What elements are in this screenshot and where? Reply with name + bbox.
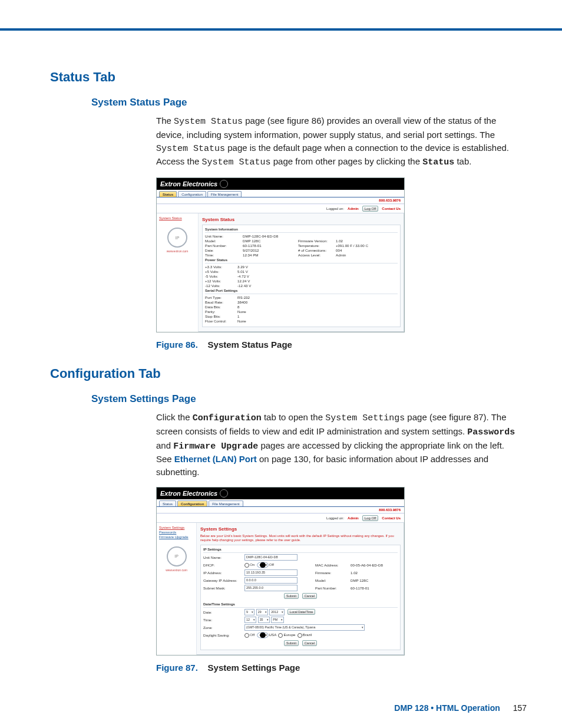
time-hour-select[interactable]: 12 (244, 617, 256, 623)
dhcp-off-radio[interactable] (257, 562, 269, 568)
paragraph-status: The System Status page (see figure 86) p… (156, 114, 521, 169)
dt-submit-button[interactable]: Submit (284, 640, 299, 646)
dhcp-on-radio[interactable] (244, 563, 249, 568)
k-conn: # of Connections: (298, 248, 333, 252)
logoff-button[interactable]: Log Off (362, 515, 379, 521)
zone-select[interactable]: (GMT-08:00) Pacific Time (US & Canada), … (244, 624, 365, 631)
v-model: DMP 128C (351, 578, 398, 582)
heading-status-tab: Status Tab (50, 70, 527, 85)
figure-87-screenshot: Extron Electronics Status Configuration … (156, 487, 405, 655)
k-p33: +3.3 Volts: (205, 265, 237, 269)
date-day-select[interactable]: 29 (256, 609, 268, 615)
main-panel: System Settings Below are your Unit's ba… (197, 523, 404, 655)
section-power-status: Power Status (205, 257, 398, 263)
k-ipaddr: IP Address: (203, 571, 244, 575)
tab-file-management[interactable]: File Management (207, 191, 242, 197)
dst-br-radio[interactable] (297, 633, 302, 638)
tab-file-management[interactable]: File Management (209, 500, 243, 506)
nav-system-status[interactable]: System Status (159, 216, 196, 220)
date-month-select[interactable]: 9 (244, 609, 254, 615)
k-model: Model: (315, 578, 351, 582)
page-content: Status Tab System Status Page The System… (0, 35, 562, 720)
dst-off-label: Off (250, 633, 254, 637)
v-m5: -4.72 V (237, 274, 273, 278)
ip-cancel-button[interactable]: Cancel (302, 593, 317, 599)
dt-cancel-button[interactable]: Cancel (302, 640, 317, 646)
window-subheader-2: Logged on: Admin Log Off Contact Us (157, 513, 404, 523)
logged-on-label: Logged on: (326, 516, 344, 520)
heading-system-settings-page: System Settings Page (91, 393, 527, 405)
local-date-time-button[interactable]: Local Date/Time (287, 609, 316, 615)
v-date: 9/27/2012 (243, 248, 284, 252)
gateway-input[interactable]: 0.0.0.0 (244, 577, 297, 584)
k-part: Part Number: (205, 243, 240, 248)
code-system-status-1: System Status (174, 117, 243, 127)
side-url[interactable]: www.extron.com (159, 568, 194, 572)
figure-86-caption: Figure 86. System Status Page (156, 340, 527, 350)
k-model: Model: (205, 239, 240, 243)
time-minute-select[interactable]: 35 (258, 617, 270, 623)
v-p12: 12.24 V (237, 279, 273, 283)
window-subheader: 800.633.9876 (157, 197, 404, 204)
ip-submit-button[interactable]: Submit (284, 593, 299, 599)
footer-section: HTML Operation (436, 703, 500, 713)
paragraph-config: Click the Configuration tab to open the … (156, 411, 521, 479)
code-system-settings: System Settings (325, 413, 405, 423)
contact-us-link[interactable]: Contact Us (382, 207, 401, 210)
figure-87-number: Figure 87. (156, 663, 198, 673)
side-url[interactable]: www.extron.com (159, 249, 196, 253)
k-dbits: Data Bits: (205, 305, 237, 309)
tab-status[interactable]: Status (159, 500, 176, 506)
k-dst: Daylight Saving: (203, 633, 244, 637)
nav-firmware-upgrade[interactable]: Firmware Upgrade (159, 535, 194, 539)
dst-usa-radio[interactable] (257, 632, 269, 638)
date-time-grid: Date: 9 29 2012 Local Date/Time Time: 12… (203, 609, 398, 638)
k-flow: Flow Control: (205, 319, 237, 323)
k-dhcp: DHCP: (203, 563, 244, 567)
heading-system-status-page: System Status Page (91, 97, 527, 108)
k-parity: Parity: (205, 309, 237, 314)
dst-eu-radio[interactable] (278, 633, 283, 638)
k-time: Time: (205, 253, 240, 257)
link-ethernet-lan-port[interactable]: Ethernet (LAN) Port (174, 454, 257, 464)
logoff-button[interactable]: Log Off (362, 206, 379, 212)
nav-passwords[interactable]: Passwords (159, 530, 194, 535)
figure-86-screenshot: Extron Electronics Status Configuration … (156, 177, 405, 332)
serial-grid: Port Type:RS-232 Baud Rate:38400 Data Bi… (205, 295, 398, 323)
date-year-select[interactable]: 2012 (269, 609, 285, 615)
k-sbits: Stop Bits: (205, 314, 237, 318)
text: page from other pages by clicking the (273, 156, 422, 166)
top-color-bar (0, 0, 562, 31)
time-ampm-select[interactable]: PM (271, 617, 284, 623)
dst-off-radio[interactable] (244, 633, 249, 638)
brand-logo-icon (220, 489, 228, 498)
contact-us-link[interactable]: Contact Us (382, 516, 401, 520)
dst-eu-label: Europe (283, 633, 295, 637)
nav-system-settings[interactable]: System Settings (159, 525, 194, 530)
unit-name-input[interactable]: DMP-128C-04-ED-D8 (244, 554, 297, 561)
dst-usa-label: USA (269, 633, 276, 637)
k-date: Date: (205, 248, 240, 252)
side-nav: System Status IP www.extron.com (157, 213, 199, 332)
k-p12: +12 Volts: (205, 279, 237, 283)
k-m5: -5 Volts: (205, 274, 237, 278)
subnet-input[interactable]: 255.255.0.0 (244, 585, 297, 591)
dhcp-off-label: Off (269, 562, 274, 566)
side-nav: System Settings Passwords Firmware Upgra… (157, 523, 197, 655)
tab-configuration[interactable]: Configuration (178, 191, 206, 197)
tab-status[interactable]: Status (159, 191, 177, 197)
v-baud: 38400 (237, 300, 273, 304)
main-panel: System Status System Information Unit Na… (199, 213, 404, 332)
ip-address-input[interactable]: 10.13.193.35 (244, 569, 297, 576)
page-footer: DMP 128 • HTML Operation 157 (394, 703, 527, 713)
figure-87-title: System Settings Page (208, 663, 300, 673)
brand-logo-icon (220, 180, 228, 188)
k-fw: Firmware Version: (298, 239, 333, 243)
v-parity: None (237, 309, 273, 314)
k-p5: +5 Volts: (205, 269, 237, 274)
tab-configuration[interactable]: Configuration (177, 500, 207, 506)
code-system-status-3: System Status (202, 157, 271, 167)
v-p33: 3.29 V (237, 265, 273, 269)
k-mac: MAC Address: (315, 563, 351, 567)
window-brand-bar: Extron Electronics (157, 487, 404, 499)
